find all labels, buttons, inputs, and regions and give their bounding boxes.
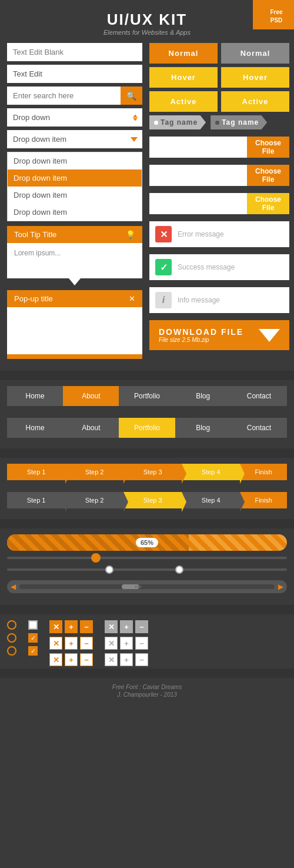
icon-btn-minus-4[interactable]: − [135, 620, 148, 633]
step-1-3[interactable]: Step 3 [123, 464, 182, 480]
file-input-2[interactable] [149, 165, 247, 186]
step-2-1[interactable]: Step 1 [7, 492, 65, 508]
nav-item-portfolio-1[interactable]: Portfolio [119, 386, 175, 406]
tag-dot-icon [154, 121, 158, 125]
nav-item-about-2[interactable]: About [63, 418, 119, 438]
download-box[interactable]: DOWNLOAD FILE File size 2.5 Mb.zip [149, 320, 289, 350]
icon-btn-plus-5[interactable]: + [120, 637, 133, 650]
step-2-4[interactable]: Step 4 [182, 492, 240, 508]
file-input-1[interactable] [149, 137, 247, 158]
search-group: 🔍 [7, 87, 142, 105]
steps-section-1: Step 1 Step 2 Step 3 Step 4 Finish [0, 458, 294, 491]
icon-btn-x-4[interactable]: ✕ [105, 620, 118, 633]
file-input-3[interactable] [149, 193, 247, 214]
hover-button-2[interactable]: Hover [221, 67, 289, 88]
radio-circle-2 [7, 633, 16, 643]
tooltip-title-bar: Tool Tip Title 💡 [7, 226, 142, 243]
icon-btn-x-5[interactable]: ✕ [105, 637, 118, 650]
success-icon: ✓ [155, 259, 172, 275]
left-column: 🔍 Drop down Drop down item Drop down ite… [7, 43, 142, 359]
step-2-2[interactable]: Step 2 [65, 492, 123, 508]
range-slider-thumb-left[interactable] [105, 566, 113, 574]
steps-section-2: Step 1 Step 2 Step 3 Step 4 Finish [0, 491, 294, 519]
download-arrow-icon [259, 329, 280, 342]
radio-circle-1 [7, 620, 16, 630]
normal-button-1[interactable]: Normal [149, 43, 218, 64]
step-1-4[interactable]: Step 4 [182, 464, 240, 480]
active-button-1[interactable]: Active [149, 91, 218, 112]
scroll-left-arrow-icon[interactable]: ◀ [11, 583, 16, 591]
search-input[interactable] [7, 87, 121, 105]
icon-btn-minus-1[interactable]: − [80, 620, 93, 633]
slider-thumb-1[interactable] [91, 553, 101, 563]
icon-btn-x-2[interactable]: ✕ [49, 637, 62, 650]
error-message-text: Error message [178, 230, 224, 238]
checkbox-item-1[interactable] [28, 620, 38, 630]
dropdown-list-item-4[interactable]: Drop down item [8, 204, 142, 221]
nav-section-2: Home About Portfolio Blog Contact [0, 417, 294, 448]
scroll-track [19, 584, 275, 589]
icon-btn-minus-3[interactable]: − [80, 653, 93, 666]
icon-btn-x-1[interactable]: ✕ [49, 620, 62, 633]
icon-btn-x-3[interactable]: ✕ [49, 653, 62, 666]
file-row-1: Choose File [149, 137, 289, 158]
tag-dot-2-icon [215, 121, 219, 125]
dropdown-list-item-3[interactable]: Drop down item [8, 187, 142, 204]
dropdown-list: Drop down item Drop down item Drop down … [7, 152, 142, 221]
icon-btn-plus-2[interactable]: + [65, 637, 78, 650]
nav-item-blog-2[interactable]: Blog [175, 418, 231, 438]
page-title: UI/UX KIT [0, 11, 294, 29]
step-finish-1[interactable]: Finish [240, 464, 287, 480]
radio-item-2[interactable] [7, 633, 16, 643]
choose-file-button-2[interactable]: Choose File [247, 165, 289, 186]
section-separator-2 [0, 448, 294, 458]
radio-item-1[interactable] [7, 620, 16, 630]
step-finish-2[interactable]: Finish [240, 492, 287, 508]
nav-item-portfolio-2[interactable]: Portfolio [119, 418, 175, 438]
dropdown-list-item-2[interactable]: Drop down item [8, 169, 142, 187]
text-edit-blank[interactable] [7, 43, 142, 61]
search-button[interactable]: 🔍 [121, 87, 142, 105]
icon-btn-plus-4[interactable]: + [120, 620, 133, 633]
checkbox-item-3[interactable]: ✓ [28, 646, 38, 656]
text-edit-input[interactable] [7, 65, 142, 83]
popup-title-text: Pop-up title [14, 294, 53, 303]
nav-item-contact-2[interactable]: Contact [231, 418, 287, 438]
active-button-2[interactable]: Active [221, 91, 289, 112]
icon-btn-minus-6[interactable]: − [135, 653, 148, 666]
icon-btn-plus-3[interactable]: + [65, 653, 78, 666]
dropdown-select[interactable]: Drop down [7, 108, 142, 127]
popup-close-icon[interactable]: ✕ [129, 294, 135, 303]
hover-buttons-row: Hover Hover [149, 67, 289, 88]
choose-file-button-3[interactable]: Choose File [247, 193, 289, 214]
popup-box: Pop-up title ✕ [7, 290, 142, 359]
radio-item-3[interactable] [7, 646, 16, 656]
icon-btn-plus-1[interactable]: + [65, 620, 78, 633]
scroll-thumb[interactable] [122, 584, 139, 589]
nav-item-home-2[interactable]: Home [7, 418, 63, 438]
scroll-right-arrow-icon[interactable]: ▶ [278, 583, 283, 591]
step-1-2[interactable]: Step 2 [65, 464, 123, 480]
dropdown-arrow-icon [131, 137, 138, 142]
step-2-3[interactable]: Step 3 [123, 492, 182, 508]
dropdown-item-select[interactable]: Drop down item [7, 130, 142, 148]
icon-btn-x-6[interactable]: ✕ [105, 653, 118, 666]
checkbox-sq-2: ✓ [28, 633, 38, 643]
step-1-1[interactable]: Step 1 [7, 464, 65, 480]
hover-button-1[interactable]: Hover [149, 67, 218, 88]
icon-btn-minus-2[interactable]: − [80, 637, 93, 650]
nav-item-contact-1[interactable]: Contact [231, 386, 287, 406]
file-row-3: Choose File [149, 193, 289, 214]
choose-file-button-1[interactable]: Choose File [247, 137, 289, 158]
dropdown-list-item-1[interactable]: Drop down item [8, 152, 142, 169]
icon-btn-plus-6[interactable]: + [120, 653, 133, 666]
range-slider-thumb-right[interactable] [175, 566, 183, 574]
normal-button-2[interactable]: Normal [221, 43, 289, 64]
nav-item-home-1[interactable]: Home [7, 386, 63, 406]
footer: Free Font : Caviar Dreams J. Champourlie… [0, 678, 294, 709]
icon-btn-minus-5[interactable]: − [135, 637, 148, 650]
nav-item-about-1[interactable]: About [63, 386, 119, 406]
sliders-section: 65% ◀ ▶ [0, 528, 294, 605]
checkbox-item-2[interactable]: ✓ [28, 633, 38, 643]
nav-item-blog-1[interactable]: Blog [175, 386, 231, 406]
